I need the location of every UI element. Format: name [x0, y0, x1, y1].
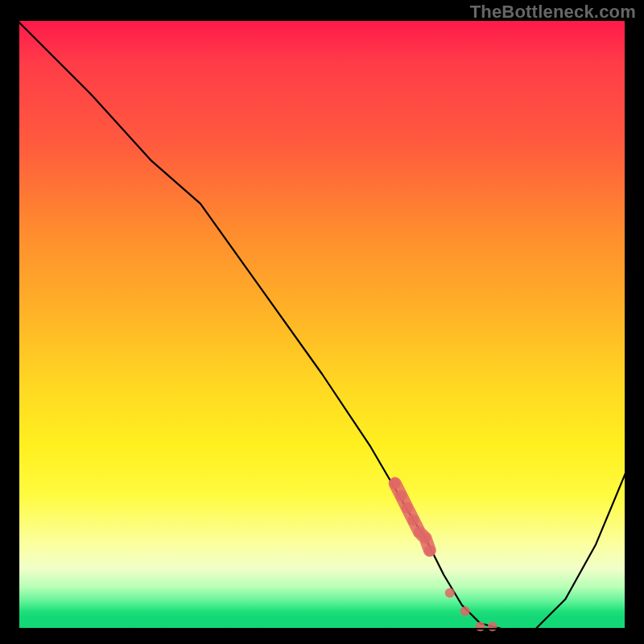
critical-dot — [476, 621, 485, 631]
plot-area — [18, 21, 626, 630]
critical-dot — [420, 533, 431, 544]
critical-dot — [407, 514, 419, 526]
bottleneck-curve — [18, 21, 626, 630]
watermark-text: TheBottleneck.com — [470, 2, 636, 23]
curve-layer — [18, 21, 626, 630]
critical-dot — [390, 478, 401, 489]
critical-dot — [424, 545, 436, 556]
critical-segment — [390, 478, 497, 632]
critical-dot — [445, 588, 455, 598]
critical-dot — [488, 621, 497, 631]
chart-frame: TheBottleneck.com — [0, 0, 644, 644]
critical-dot — [402, 502, 413, 514]
critical-dot — [395, 490, 407, 502]
critical-dot — [460, 606, 470, 616]
